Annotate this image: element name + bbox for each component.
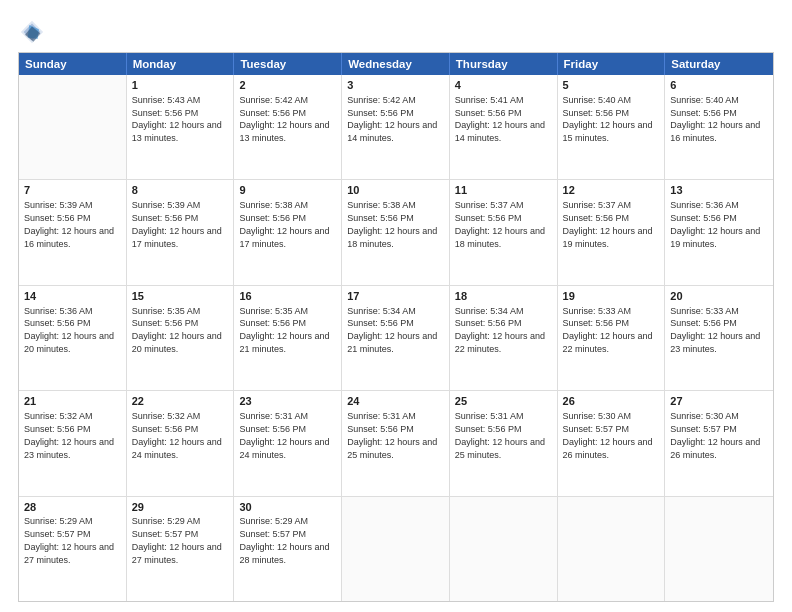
day-number: 17 [347, 289, 444, 304]
day-cell-21: 21Sunrise: 5:32 AM Sunset: 5:56 PM Dayli… [19, 391, 127, 495]
day-number: 22 [132, 394, 229, 409]
day-cell-18: 18Sunrise: 5:34 AM Sunset: 5:56 PM Dayli… [450, 286, 558, 390]
header-day-monday: Monday [127, 53, 235, 75]
day-number: 2 [239, 78, 336, 93]
day-cell-14: 14Sunrise: 5:36 AM Sunset: 5:56 PM Dayli… [19, 286, 127, 390]
day-cell-3: 3Sunrise: 5:42 AM Sunset: 5:56 PM Daylig… [342, 75, 450, 179]
calendar-row-4: 21Sunrise: 5:32 AM Sunset: 5:56 PM Dayli… [19, 391, 773, 496]
day-cell-9: 9Sunrise: 5:38 AM Sunset: 5:56 PM Daylig… [234, 180, 342, 284]
header-day-thursday: Thursday [450, 53, 558, 75]
header [18, 18, 774, 46]
day-info: Sunrise: 5:32 AM Sunset: 5:56 PM Dayligh… [132, 411, 222, 459]
day-cell-7: 7Sunrise: 5:39 AM Sunset: 5:56 PM Daylig… [19, 180, 127, 284]
day-number: 23 [239, 394, 336, 409]
day-number: 24 [347, 394, 444, 409]
day-info: Sunrise: 5:41 AM Sunset: 5:56 PM Dayligh… [455, 95, 545, 143]
header-day-saturday: Saturday [665, 53, 773, 75]
day-info: Sunrise: 5:39 AM Sunset: 5:56 PM Dayligh… [132, 200, 222, 248]
header-day-tuesday: Tuesday [234, 53, 342, 75]
calendar-header: SundayMondayTuesdayWednesdayThursdayFrid… [19, 53, 773, 75]
day-cell-2: 2Sunrise: 5:42 AM Sunset: 5:56 PM Daylig… [234, 75, 342, 179]
day-number: 11 [455, 183, 552, 198]
day-info: Sunrise: 5:35 AM Sunset: 5:56 PM Dayligh… [132, 306, 222, 354]
day-info: Sunrise: 5:30 AM Sunset: 5:57 PM Dayligh… [563, 411, 653, 459]
day-info: Sunrise: 5:42 AM Sunset: 5:56 PM Dayligh… [239, 95, 329, 143]
day-info: Sunrise: 5:43 AM Sunset: 5:56 PM Dayligh… [132, 95, 222, 143]
empty-cell [558, 497, 666, 601]
day-info: Sunrise: 5:39 AM Sunset: 5:56 PM Dayligh… [24, 200, 114, 248]
day-cell-29: 29Sunrise: 5:29 AM Sunset: 5:57 PM Dayli… [127, 497, 235, 601]
logo-icon [18, 18, 46, 46]
day-number: 7 [24, 183, 121, 198]
day-cell-30: 30Sunrise: 5:29 AM Sunset: 5:57 PM Dayli… [234, 497, 342, 601]
day-info: Sunrise: 5:34 AM Sunset: 5:56 PM Dayligh… [347, 306, 437, 354]
day-info: Sunrise: 5:38 AM Sunset: 5:56 PM Dayligh… [347, 200, 437, 248]
day-cell-10: 10Sunrise: 5:38 AM Sunset: 5:56 PM Dayli… [342, 180, 450, 284]
empty-cell [450, 497, 558, 601]
day-cell-15: 15Sunrise: 5:35 AM Sunset: 5:56 PM Dayli… [127, 286, 235, 390]
day-info: Sunrise: 5:32 AM Sunset: 5:56 PM Dayligh… [24, 411, 114, 459]
day-info: Sunrise: 5:37 AM Sunset: 5:56 PM Dayligh… [563, 200, 653, 248]
day-number: 18 [455, 289, 552, 304]
empty-cell [19, 75, 127, 179]
day-number: 10 [347, 183, 444, 198]
day-info: Sunrise: 5:37 AM Sunset: 5:56 PM Dayligh… [455, 200, 545, 248]
day-info: Sunrise: 5:29 AM Sunset: 5:57 PM Dayligh… [239, 516, 329, 564]
day-cell-16: 16Sunrise: 5:35 AM Sunset: 5:56 PM Dayli… [234, 286, 342, 390]
day-number: 29 [132, 500, 229, 515]
calendar-row-2: 7Sunrise: 5:39 AM Sunset: 5:56 PM Daylig… [19, 180, 773, 285]
day-number: 16 [239, 289, 336, 304]
day-number: 19 [563, 289, 660, 304]
day-info: Sunrise: 5:31 AM Sunset: 5:56 PM Dayligh… [347, 411, 437, 459]
day-cell-28: 28Sunrise: 5:29 AM Sunset: 5:57 PM Dayli… [19, 497, 127, 601]
day-info: Sunrise: 5:29 AM Sunset: 5:57 PM Dayligh… [24, 516, 114, 564]
day-cell-19: 19Sunrise: 5:33 AM Sunset: 5:56 PM Dayli… [558, 286, 666, 390]
day-info: Sunrise: 5:36 AM Sunset: 5:56 PM Dayligh… [24, 306, 114, 354]
page: SundayMondayTuesdayWednesdayThursdayFrid… [0, 0, 792, 612]
empty-cell [342, 497, 450, 601]
day-info: Sunrise: 5:42 AM Sunset: 5:56 PM Dayligh… [347, 95, 437, 143]
day-number: 20 [670, 289, 768, 304]
day-number: 3 [347, 78, 444, 93]
day-number: 6 [670, 78, 768, 93]
day-info: Sunrise: 5:36 AM Sunset: 5:56 PM Dayligh… [670, 200, 760, 248]
day-info: Sunrise: 5:40 AM Sunset: 5:56 PM Dayligh… [563, 95, 653, 143]
day-cell-8: 8Sunrise: 5:39 AM Sunset: 5:56 PM Daylig… [127, 180, 235, 284]
day-cell-1: 1Sunrise: 5:43 AM Sunset: 5:56 PM Daylig… [127, 75, 235, 179]
calendar-row-5: 28Sunrise: 5:29 AM Sunset: 5:57 PM Dayli… [19, 497, 773, 601]
header-day-friday: Friday [558, 53, 666, 75]
day-number: 12 [563, 183, 660, 198]
day-number: 8 [132, 183, 229, 198]
calendar-body: 1Sunrise: 5:43 AM Sunset: 5:56 PM Daylig… [19, 75, 773, 601]
day-info: Sunrise: 5:31 AM Sunset: 5:56 PM Dayligh… [239, 411, 329, 459]
day-cell-20: 20Sunrise: 5:33 AM Sunset: 5:56 PM Dayli… [665, 286, 773, 390]
day-cell-4: 4Sunrise: 5:41 AM Sunset: 5:56 PM Daylig… [450, 75, 558, 179]
day-cell-13: 13Sunrise: 5:36 AM Sunset: 5:56 PM Dayli… [665, 180, 773, 284]
day-info: Sunrise: 5:31 AM Sunset: 5:56 PM Dayligh… [455, 411, 545, 459]
day-info: Sunrise: 5:33 AM Sunset: 5:56 PM Dayligh… [563, 306, 653, 354]
day-cell-12: 12Sunrise: 5:37 AM Sunset: 5:56 PM Dayli… [558, 180, 666, 284]
day-number: 9 [239, 183, 336, 198]
day-cell-23: 23Sunrise: 5:31 AM Sunset: 5:56 PM Dayli… [234, 391, 342, 495]
day-cell-25: 25Sunrise: 5:31 AM Sunset: 5:56 PM Dayli… [450, 391, 558, 495]
day-cell-26: 26Sunrise: 5:30 AM Sunset: 5:57 PM Dayli… [558, 391, 666, 495]
day-number: 21 [24, 394, 121, 409]
day-number: 28 [24, 500, 121, 515]
day-cell-5: 5Sunrise: 5:40 AM Sunset: 5:56 PM Daylig… [558, 75, 666, 179]
empty-cell [665, 497, 773, 601]
header-day-wednesday: Wednesday [342, 53, 450, 75]
day-info: Sunrise: 5:40 AM Sunset: 5:56 PM Dayligh… [670, 95, 760, 143]
day-number: 4 [455, 78, 552, 93]
day-cell-24: 24Sunrise: 5:31 AM Sunset: 5:56 PM Dayli… [342, 391, 450, 495]
calendar: SundayMondayTuesdayWednesdayThursdayFrid… [18, 52, 774, 602]
day-number: 27 [670, 394, 768, 409]
calendar-row-3: 14Sunrise: 5:36 AM Sunset: 5:56 PM Dayli… [19, 286, 773, 391]
day-number: 1 [132, 78, 229, 93]
day-number: 5 [563, 78, 660, 93]
day-cell-22: 22Sunrise: 5:32 AM Sunset: 5:56 PM Dayli… [127, 391, 235, 495]
day-number: 30 [239, 500, 336, 515]
logo [18, 18, 50, 46]
day-info: Sunrise: 5:30 AM Sunset: 5:57 PM Dayligh… [670, 411, 760, 459]
calendar-row-1: 1Sunrise: 5:43 AM Sunset: 5:56 PM Daylig… [19, 75, 773, 180]
day-number: 25 [455, 394, 552, 409]
